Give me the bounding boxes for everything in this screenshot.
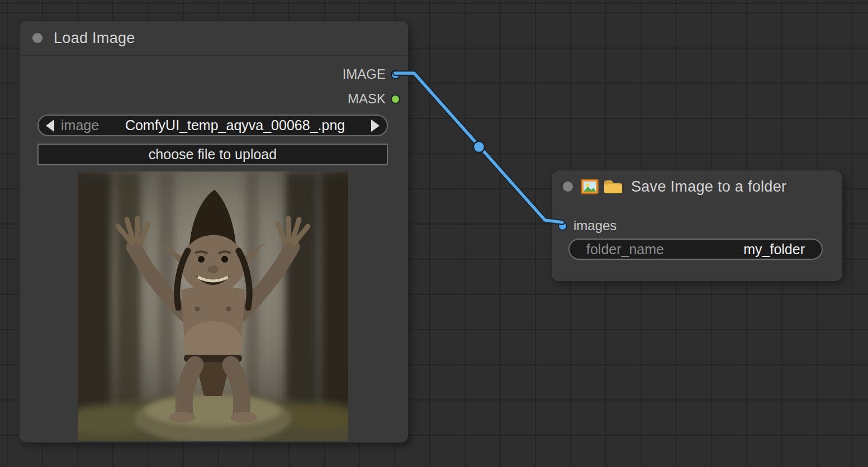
image-preview: [78, 171, 348, 441]
choose-file-button[interactable]: choose file to upload: [37, 144, 388, 165]
node-load-image[interactable]: Load Image IMAGE MASK image ComfyUI_temp…: [20, 21, 408, 442]
mask-output-port[interactable]: [391, 94, 400, 104]
output-slot-mask: MASK: [348, 91, 400, 107]
framed-picture-icon: [581, 179, 599, 194]
folder-name-value: my_folder: [743, 241, 805, 258]
node-title: Load Image: [54, 30, 135, 47]
image-combo-label: image: [61, 117, 99, 134]
link-midpoint-dot[interactable]: [473, 141, 485, 153]
images-input-port[interactable]: [558, 221, 567, 231]
node-save-image-to-folder[interactable]: Save Image to a folder images folder_nam…: [552, 170, 842, 281]
save-node-title-bar[interactable]: Save Image to a folder: [552, 170, 842, 203]
prev-image-arrow-icon[interactable]: [46, 120, 54, 132]
folder-icon: [603, 179, 622, 194]
folder-name-label: folder_name: [586, 241, 664, 258]
image-combo-widget[interactable]: image ComfyUI_temp_aqyva_00068_.png: [37, 115, 388, 136]
image-output-port[interactable]: [391, 70, 400, 79]
node-graph-canvas[interactable]: Load Image IMAGE MASK image ComfyUI_temp…: [0, 0, 868, 467]
load-image-title-bar[interactable]: Load Image: [20, 21, 408, 56]
collapse-dot[interactable]: [32, 33, 42, 43]
folder-name-widget[interactable]: folder_name my_folder: [568, 239, 823, 260]
input-slot-images: images: [558, 218, 616, 234]
choose-file-button-label: choose file to upload: [149, 146, 277, 163]
next-image-arrow-icon[interactable]: [371, 120, 380, 132]
collapse-dot[interactable]: [563, 182, 573, 192]
output-label-mask: MASK: [348, 91, 386, 107]
input-label-images: images: [573, 218, 616, 234]
node-title: Save Image to a folder: [631, 178, 786, 196]
troll-forest-illustration: [78, 171, 348, 441]
image-combo-value: ComfyUI_temp_aqyva_00068_.png: [99, 117, 371, 134]
output-slot-image: IMAGE: [343, 66, 400, 82]
output-label-image: IMAGE: [343, 66, 386, 82]
